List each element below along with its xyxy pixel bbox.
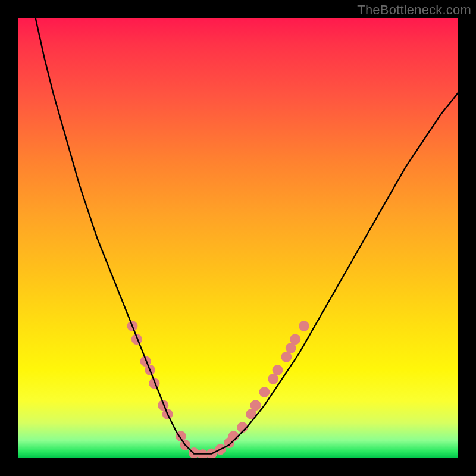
chart-svg [18,18,458,458]
plot-area [18,18,458,458]
marker-layer [127,321,309,458]
marker-dot [299,321,309,331]
marker-dot [250,400,261,411]
marker-dot [290,334,300,345]
marker-dot [259,387,270,397]
watermark-text: TheBottleneck.com [357,2,471,18]
bottleneck-curve [36,18,458,454]
marker-dot [273,365,283,375]
outer-frame: TheBottleneck.com [0,0,476,476]
